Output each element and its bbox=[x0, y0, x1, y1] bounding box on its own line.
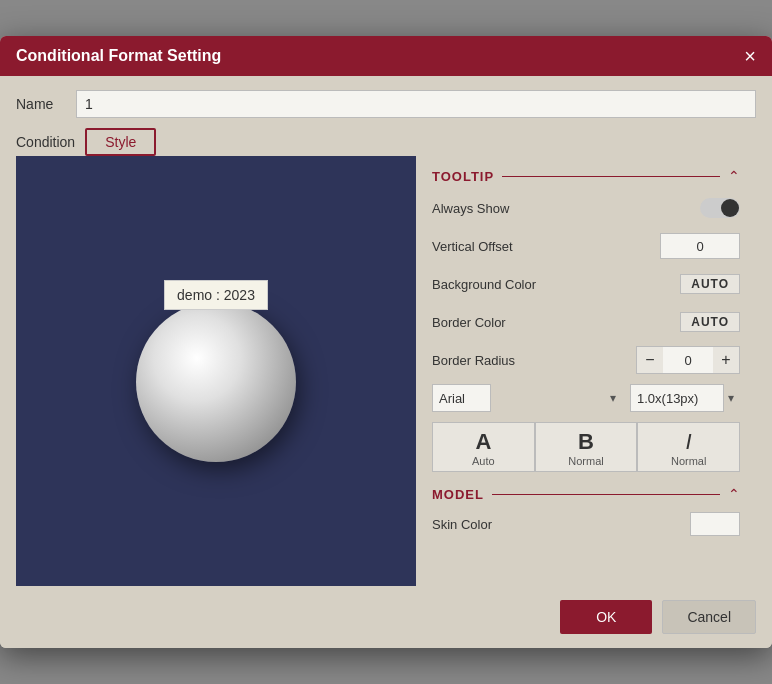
model-section-title: MODEL bbox=[432, 487, 484, 502]
model-section: MODEL ⌃ Skin Color bbox=[432, 486, 740, 536]
font-style-auto-icon: A bbox=[475, 431, 491, 453]
dialog-title: Conditional Format Setting bbox=[16, 47, 221, 65]
skin-color-swatch[interactable] bbox=[690, 512, 740, 536]
close-button[interactable]: × bbox=[744, 46, 756, 66]
font-style-italic-btn[interactable]: I Normal bbox=[637, 422, 740, 472]
vertical-offset-input[interactable] bbox=[660, 233, 740, 259]
font-select[interactable]: Arial bbox=[432, 384, 491, 412]
cancel-button[interactable]: Cancel bbox=[662, 600, 756, 634]
radius-increment-btn[interactable]: + bbox=[713, 347, 739, 373]
model-section-line bbox=[492, 494, 720, 495]
condition-tab-label: Condition bbox=[16, 134, 75, 150]
preview-panel: demo : 2023 bbox=[16, 156, 416, 586]
preview-content: demo : 2023 bbox=[136, 280, 296, 462]
radius-value-input[interactable] bbox=[663, 347, 713, 373]
font-style-italic-icon: I bbox=[686, 431, 692, 453]
dialog-body: Name Condition Style demo : 2023 TOOLTIP bbox=[0, 76, 772, 586]
size-select-wrapper: 1.0x(13px) bbox=[630, 384, 740, 412]
font-style-bold-btn[interactable]: B Normal bbox=[535, 422, 638, 472]
border-color-label: Border Color bbox=[432, 315, 506, 330]
font-size-select[interactable]: 1.0x(13px) bbox=[630, 384, 724, 412]
background-color-row: Background Color AUTO bbox=[432, 270, 740, 298]
font-style-auto-btn[interactable]: A Auto bbox=[432, 422, 535, 472]
ok-button[interactable]: OK bbox=[560, 600, 652, 634]
vertical-offset-row: Vertical Offset bbox=[432, 232, 740, 260]
name-row: Name bbox=[16, 90, 756, 118]
font-style-italic-label: Normal bbox=[671, 455, 706, 467]
tooltip-section-title: TOOLTIP bbox=[432, 169, 494, 184]
font-select-wrapper: Arial bbox=[432, 384, 622, 412]
font-style-auto-label: Auto bbox=[472, 455, 495, 467]
toggle-thumb bbox=[721, 199, 739, 217]
border-radius-label: Border Radius bbox=[432, 353, 515, 368]
font-style-bold-icon: B bbox=[578, 431, 594, 453]
font-style-bold-label: Normal bbox=[568, 455, 603, 467]
model-collapse-icon[interactable]: ⌃ bbox=[728, 486, 740, 502]
always-show-row: Always Show bbox=[432, 194, 740, 222]
style-buttons-row: A Auto B Normal I Normal bbox=[432, 422, 740, 472]
skin-color-label: Skin Color bbox=[432, 517, 492, 532]
name-input[interactable] bbox=[76, 90, 756, 118]
dialog-footer: OK Cancel bbox=[0, 586, 772, 648]
always-show-toggle[interactable] bbox=[700, 198, 740, 218]
border-radius-row: Border Radius − + bbox=[432, 346, 740, 374]
border-radius-control: − + bbox=[636, 346, 740, 374]
tooltip-section-line bbox=[502, 176, 720, 177]
background-color-auto-btn[interactable]: AUTO bbox=[680, 274, 740, 294]
main-area: demo : 2023 TOOLTIP ⌃ Always Show bbox=[16, 156, 756, 586]
tooltip-section-header: TOOLTIP ⌃ bbox=[432, 168, 740, 184]
radius-decrement-btn[interactable]: − bbox=[637, 347, 663, 373]
always-show-label: Always Show bbox=[432, 201, 509, 216]
tab-row: Condition Style bbox=[16, 128, 756, 156]
background-color-label: Background Color bbox=[432, 277, 536, 292]
font-row: Arial 1.0x(13px) bbox=[432, 384, 740, 412]
settings-panel: TOOLTIP ⌃ Always Show Vertical Offset bbox=[416, 156, 756, 586]
vertical-offset-label: Vertical Offset bbox=[432, 239, 513, 254]
sphere-preview bbox=[136, 302, 296, 462]
border-color-row: Border Color AUTO bbox=[432, 308, 740, 336]
title-bar: Conditional Format Setting × bbox=[0, 36, 772, 76]
tooltip-collapse-icon[interactable]: ⌃ bbox=[728, 168, 740, 184]
skin-color-row: Skin Color bbox=[432, 512, 740, 536]
tooltip-bubble: demo : 2023 bbox=[164, 280, 268, 310]
conditional-format-dialog: Conditional Format Setting × Name Condit… bbox=[0, 36, 772, 648]
name-label: Name bbox=[16, 96, 66, 112]
border-color-auto-btn[interactable]: AUTO bbox=[680, 312, 740, 332]
model-section-header: MODEL ⌃ bbox=[432, 486, 740, 502]
style-tab[interactable]: Style bbox=[85, 128, 156, 156]
